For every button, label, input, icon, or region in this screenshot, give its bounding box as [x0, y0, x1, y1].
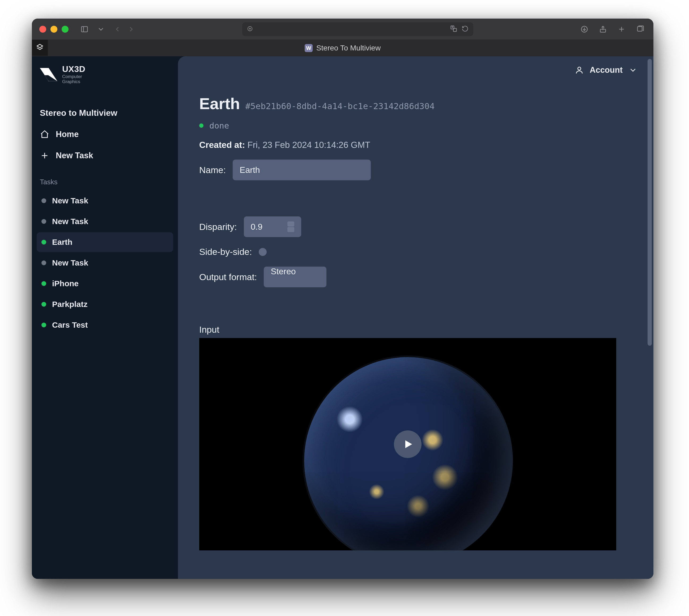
disparity-row: Disparity: 0.9 — [199, 216, 632, 237]
disparity-value: 0.9 — [251, 222, 262, 232]
status-dot-icon — [41, 261, 46, 265]
task-item[interactable]: New Task — [37, 191, 173, 211]
tab-overview-icon[interactable] — [634, 23, 646, 35]
name-input[interactable] — [233, 159, 371, 180]
play-button[interactable] — [394, 431, 422, 458]
svg-point-15 — [578, 67, 581, 70]
downloads-icon[interactable] — [579, 23, 590, 35]
task-item-label: New Task — [52, 258, 88, 267]
side-by-side-label: Side-by-side: — [199, 247, 252, 257]
task-item-label: Earth — [52, 238, 72, 247]
output-format-select[interactable]: Stereo — [264, 267, 326, 287]
task-item-label: Cars Test — [52, 321, 88, 330]
nav-new-task[interactable]: New Task — [32, 145, 178, 166]
app-root: UX3D Computer Graphics Stereo to Multivi… — [32, 56, 653, 579]
brand-mark-icon — [40, 68, 57, 81]
status-dot-icon — [41, 240, 46, 245]
back-button[interactable] — [111, 23, 123, 35]
task-item-label: iPhone — [52, 279, 79, 288]
task-title: Earth — [199, 94, 240, 113]
brand-subline-1: Computer — [62, 74, 82, 79]
top-bar: Account — [178, 56, 653, 84]
task-status-text: done — [209, 121, 229, 130]
close-window-button[interactable] — [39, 26, 46, 32]
output-format-label: Output format: — [199, 272, 257, 282]
status-dot-icon — [199, 124, 203, 128]
new-tab-icon[interactable] — [616, 23, 627, 35]
task-created-at: Created at: Fri, 23 Feb 2024 10:14:26 GM… — [199, 140, 632, 150]
tasks-section-label: Tasks — [32, 166, 178, 189]
task-item-label: New Task — [52, 196, 88, 205]
task-item-label: Parkplatz — [52, 300, 87, 309]
sidebar: UX3D Computer Graphics Stereo to Multivi… — [32, 56, 178, 579]
brand-subline-2: Graphics — [62, 79, 80, 84]
plus-icon — [40, 151, 49, 160]
user-icon — [575, 66, 584, 74]
minimize-window-button[interactable] — [50, 26, 57, 32]
svg-marker-16 — [405, 440, 412, 448]
forward-button[interactable] — [125, 23, 137, 35]
brand-logo[interactable]: UX3D Computer Graphics — [32, 64, 178, 92]
status-dot-icon — [41, 323, 46, 327]
home-icon — [40, 130, 49, 139]
task-item[interactable]: Parkplatz — [37, 294, 173, 314]
created-at-label: Created at: — [199, 140, 245, 150]
task-detail: Earth #5eb21b60-8dbd-4a14-bc1e-23142d86d… — [178, 84, 653, 561]
brand-text: UX3D Computer Graphics — [62, 65, 85, 84]
page-heading: Earth #5eb21b60-8dbd-4a14-bc1e-23142d86d… — [199, 94, 632, 113]
status-dot-icon — [41, 198, 46, 203]
task-hash: #5eb21b60-8dbd-4a14-bc1e-23142d86d304 — [245, 101, 434, 111]
task-item[interactable]: Cars Test — [37, 315, 173, 335]
output-format-row: Output format: Stereo — [199, 267, 632, 287]
extension-icon[interactable] — [32, 40, 48, 56]
chevron-down-icon[interactable] — [628, 66, 638, 74]
app-title: Stereo to Multiview — [32, 92, 178, 124]
play-icon — [402, 438, 413, 450]
created-at-value: Fri, 23 Feb 2024 10:14:26 GMT — [247, 140, 370, 150]
disparity-input[interactable]: 0.9 — [244, 216, 301, 237]
nav-new-task-label: New Task — [56, 151, 93, 160]
share-icon[interactable] — [597, 23, 609, 35]
tab-title: Stereo To Multiview — [316, 44, 381, 52]
input-section-label: Input — [199, 325, 632, 335]
account-menu[interactable]: Account — [590, 65, 623, 75]
address-bar-plus-icon — [247, 26, 447, 32]
sidebar-toggle-icon[interactable] — [79, 23, 90, 35]
disparity-label: Disparity: — [199, 222, 237, 232]
task-list: New Task New Task Earth New Task iPhone — [32, 189, 178, 336]
task-item-label: New Task — [52, 217, 88, 226]
output-format-value: Stereo — [271, 267, 296, 276]
window-controls — [39, 26, 68, 32]
site-favicon: W — [305, 44, 313, 52]
browser-titlebar — [32, 19, 653, 40]
task-item[interactable]: New Task — [37, 253, 173, 273]
name-label: Name: — [199, 165, 226, 175]
status-dot-icon — [41, 281, 46, 286]
svg-rect-12 — [638, 26, 642, 31]
reload-icon[interactable] — [461, 25, 469, 33]
browser-window: W Stereo To Multiview UX3D Computer Grap… — [32, 19, 653, 579]
main-panel: Account Earth #5eb21b60-8dbd-4a14-bc1e-2… — [178, 56, 653, 579]
name-row: Name: — [199, 159, 632, 180]
maximize-window-button[interactable] — [62, 26, 68, 32]
status-dot-icon — [41, 302, 46, 307]
input-video[interactable] — [199, 338, 616, 550]
brand-name: UX3D — [62, 65, 85, 73]
task-status: done — [199, 121, 632, 130]
svg-rect-0 — [82, 26, 88, 32]
number-stepper-icon[interactable] — [287, 221, 294, 232]
address-bar[interactable] — [242, 22, 473, 36]
side-by-side-checkbox[interactable] — [259, 248, 267, 256]
task-item[interactable]: iPhone — [37, 274, 173, 293]
browser-tab[interactable]: W Stereo To Multiview — [305, 44, 381, 52]
scrollbar[interactable] — [648, 59, 652, 346]
nav-home-label: Home — [56, 130, 79, 139]
task-item[interactable]: New Task — [37, 212, 173, 231]
translate-icon[interactable] — [450, 25, 457, 34]
nav-home[interactable]: Home — [32, 124, 178, 145]
status-dot-icon — [41, 219, 46, 224]
side-by-side-row: Side-by-side: — [199, 247, 632, 257]
task-item[interactable]: Earth — [37, 232, 173, 252]
browser-tabbar: W Stereo To Multiview — [32, 40, 653, 56]
chevron-down-icon[interactable] — [95, 23, 107, 35]
